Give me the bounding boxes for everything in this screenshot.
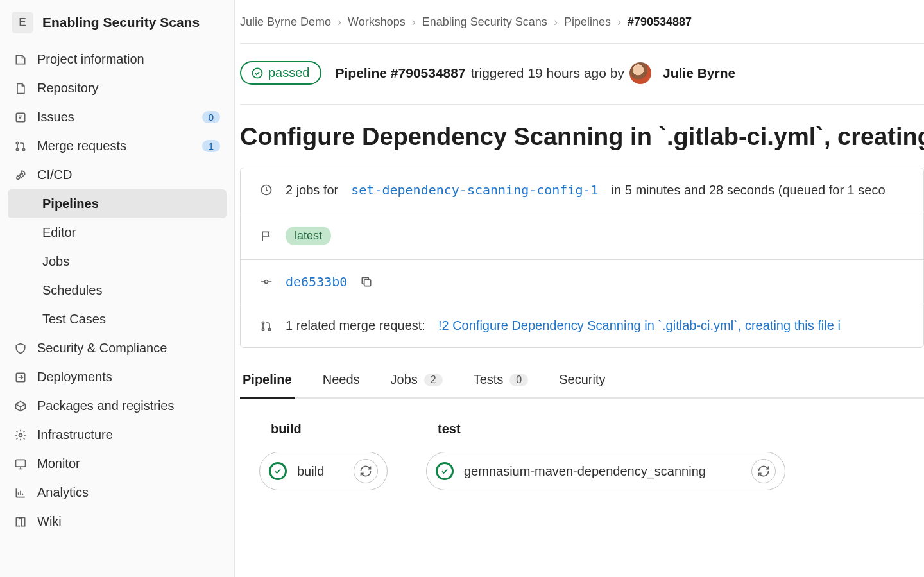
tab-count: 2	[424, 374, 443, 386]
breadcrumb-item[interactable]: Julie Byrne Demo	[240, 15, 331, 29]
tab-label: Pipeline	[243, 372, 292, 387]
sidebar-item-label: Wiki	[37, 514, 62, 529]
job-retry-button[interactable]	[751, 459, 776, 483]
svg-point-3	[22, 148, 24, 150]
infrastructure-icon	[14, 429, 27, 442]
user-name[interactable]: Julie Byrne	[663, 65, 735, 81]
sidebar-item-label: Repository	[37, 81, 99, 96]
triggered-text: triggered 19 hours ago by	[471, 65, 624, 81]
tab-tests[interactable]: Tests 0	[471, 366, 531, 397]
book-icon	[14, 515, 27, 528]
tab-label: Jobs	[391, 372, 418, 387]
sidebar-item-packages[interactable]: Packages and registries	[8, 392, 227, 420]
sidebar-item-wiki[interactable]: Wiki	[8, 507, 227, 536]
tab-label: Security	[559, 372, 605, 387]
pipeline-status-row: passed Pipeline #790534887 triggered 19 …	[240, 61, 924, 105]
svg-point-1	[16, 142, 18, 144]
pipeline-tabs: Pipeline Needs Jobs 2 Tests 0 Security	[240, 366, 924, 399]
sidebar-item-issues[interactable]: Issues 0	[8, 103, 227, 132]
sidebar: E Enabling Security Scans Project inform…	[0, 0, 235, 577]
status-badge: passed	[240, 61, 321, 85]
sidebar-subitem-test-cases[interactable]: Test Cases	[8, 305, 227, 334]
job-name: build	[297, 464, 343, 479]
sidebar-item-label: Security & Compliance	[37, 341, 167, 356]
breadcrumb-item[interactable]: Workshops	[348, 15, 406, 29]
svg-rect-7	[16, 460, 26, 467]
svg-point-10	[265, 280, 268, 284]
sidebar-subitem-jobs[interactable]: Jobs	[8, 247, 227, 276]
branch-link[interactable]: set-dependency-scanning-config-1	[351, 182, 598, 198]
sidebar-item-security[interactable]: Security & Compliance	[8, 334, 227, 363]
check-circle-icon	[252, 67, 263, 79]
sidebar-item-cicd[interactable]: CI/CD	[8, 160, 227, 189]
merge-request-icon	[14, 140, 27, 153]
sidebar-item-analytics[interactable]: Analytics	[8, 478, 227, 507]
sidebar-item-label: CI/CD	[37, 168, 72, 182]
job-pill[interactable]: build	[259, 452, 388, 490]
sidebar-subitem-pipelines[interactable]: Pipelines	[8, 189, 227, 218]
jobs-count-text: 2 jobs for	[286, 183, 338, 198]
chart-icon	[14, 487, 27, 499]
sidebar-item-infrastructure[interactable]: Infrastructure	[8, 420, 227, 449]
page-title: Configure Dependency Scanning in `.gitla…	[240, 123, 924, 151]
info-row-commit: de6533b0	[241, 260, 923, 304]
tab-pipeline[interactable]: Pipeline	[240, 366, 295, 397]
breadcrumb-current: #790534887	[628, 15, 692, 29]
sidebar-item-project-information[interactable]: Project information	[8, 45, 227, 74]
job-pill[interactable]: gemnasium-maven-dependency_scanning	[426, 452, 785, 490]
deployment-icon	[14, 371, 27, 384]
sidebar-item-label: Merge requests	[37, 139, 126, 153]
svg-point-14	[268, 328, 270, 330]
sidebar-item-label: Packages and registries	[37, 399, 174, 413]
sidebar-item-label: Issues	[37, 110, 74, 125]
sidebar-item-label: Analytics	[37, 485, 89, 500]
tab-jobs[interactable]: Jobs 2	[388, 366, 445, 397]
sidebar-item-monitor[interactable]: Monitor	[8, 449, 227, 478]
merge-request-icon	[260, 320, 273, 332]
copy-sha-button[interactable]	[360, 275, 373, 288]
job-retry-button[interactable]	[354, 459, 378, 483]
project-icon	[14, 53, 27, 66]
issues-count-badge: 0	[202, 111, 220, 123]
job-status-passed-icon	[436, 462, 454, 480]
pipeline-trigger-text: Pipeline #790534887 triggered 19 hours a…	[336, 62, 736, 84]
sidebar-subitem-schedules[interactable]: Schedules	[8, 276, 227, 305]
tab-label: Needs	[323, 372, 360, 387]
tab-needs[interactable]: Needs	[320, 366, 363, 397]
info-row-tags: latest	[241, 212, 923, 260]
chevron-right-icon: ›	[617, 15, 621, 29]
info-row-duration: 2 jobs for set-dependency-scanning-confi…	[241, 168, 923, 212]
cicd-subnav: Pipelines Editor Jobs Schedules Test Cas…	[8, 189, 227, 334]
pipeline-graph: build build test gemnasiu	[240, 422, 924, 490]
rocket-icon	[14, 169, 27, 182]
job-status-passed-icon	[269, 462, 287, 480]
mr-count-badge: 1	[202, 140, 220, 152]
status-text: passed	[268, 65, 310, 80]
file-icon	[14, 82, 27, 95]
pipeline-info-card: 2 jobs for set-dependency-scanning-confi…	[240, 168, 924, 348]
stage-name: build	[271, 422, 388, 436]
project-header[interactable]: E Enabling Security Scans	[8, 6, 227, 45]
info-row-merge-request: 1 related merge request: !2 Configure De…	[241, 304, 923, 347]
merge-request-link[interactable]: !2 Configure Dependency Scanning in `.gi…	[438, 318, 841, 333]
sidebar-subitem-editor[interactable]: Editor	[8, 218, 227, 247]
sidebar-item-label: Deployments	[37, 370, 112, 384]
sidebar-item-deployments[interactable]: Deployments	[8, 363, 227, 392]
sidebar-item-label: Monitor	[37, 456, 80, 471]
sidebar-item-label: Project information	[37, 52, 144, 67]
user-avatar[interactable]	[629, 62, 651, 84]
sidebar-item-merge-requests[interactable]: Merge requests 1	[8, 132, 227, 160]
commit-sha-link[interactable]: de6533b0	[286, 274, 347, 289]
tag-pill: latest	[286, 227, 331, 245]
sidebar-nav: Project information Repository Issues 0 …	[8, 45, 227, 536]
svg-point-13	[262, 328, 264, 330]
tab-security[interactable]: Security	[556, 366, 608, 397]
sidebar-item-repository[interactable]: Repository	[8, 74, 227, 103]
issues-icon	[14, 111, 27, 124]
svg-point-4	[22, 173, 23, 174]
breadcrumb-item[interactable]: Pipelines	[564, 15, 611, 29]
breadcrumb-item[interactable]: Enabling Security Scans	[422, 15, 547, 29]
monitor-icon	[14, 458, 27, 470]
commit-icon	[260, 275, 273, 288]
flag-icon	[260, 230, 273, 243]
